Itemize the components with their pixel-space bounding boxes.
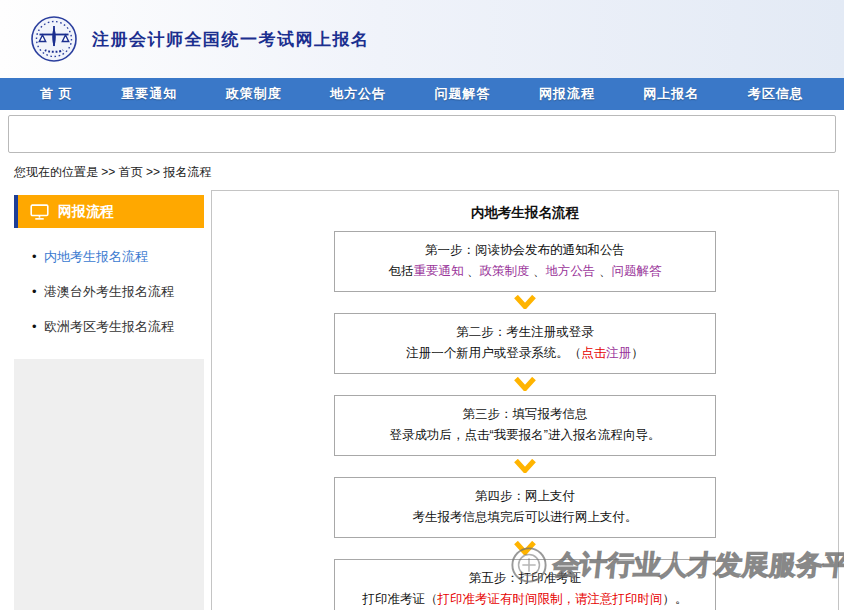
step-title: 第一步：阅读协会发布的通知和公告 xyxy=(341,240,709,261)
sidebar-header: 网报流程 xyxy=(14,195,204,228)
link-local-announcements[interactable]: 地方公告 xyxy=(545,264,595,278)
main-nav: 首 页重要通知政策制度地方公告问题解答网报流程网上报名考区信息 xyxy=(0,78,844,110)
sidebar-item-mainland-process[interactable]: •内地考生报名流程 xyxy=(32,248,204,266)
down-arrow-icon xyxy=(334,295,716,309)
bullet-icon: • xyxy=(32,319,44,334)
link-important-notices[interactable]: 重要通知 xyxy=(414,264,464,278)
link-policies[interactable]: 政策制度 xyxy=(480,264,530,278)
step-desc-text: ） xyxy=(631,346,644,360)
step-description: 登录成功后，点击“我要报名”进入报名流程向导。 xyxy=(341,425,709,446)
cpa-emblem-icon xyxy=(30,15,78,63)
page-title: 内地考生报名流程 xyxy=(212,204,838,222)
nav-item-online-registration[interactable]: 网上报名 xyxy=(643,85,699,103)
step-desc-text: 、 xyxy=(595,264,611,278)
nav-item-important-notices[interactable]: 重要通知 xyxy=(121,85,177,103)
nav-item-home[interactable]: 首 页 xyxy=(40,85,73,103)
main-panel: 内地考生报名流程 第一步：阅读协会发布的通知和公告包括重要通知 、政策制度 、地… xyxy=(211,190,839,610)
bullet-icon: • xyxy=(32,284,44,299)
step-desc-text: 打印准考证（ xyxy=(363,592,438,606)
monitor-icon xyxy=(30,204,49,220)
link-click-register[interactable]: 点击 xyxy=(581,346,606,360)
step-title: 第三步：填写报考信息 xyxy=(341,404,709,425)
step-desc-text: 、 xyxy=(530,264,546,278)
step-desc-text: 登录成功后，点击“我要报名”进入报名流程向导。 xyxy=(390,428,661,442)
step-description: 打印准考证（打印准考证有时间限制，请注意打印时间）。 xyxy=(341,589,709,610)
page: 注册会计师全国统一考试网上报名 首 页重要通知政策制度地方公告问题解答网报流程网… xyxy=(0,0,844,610)
down-arrow-icon xyxy=(334,377,716,391)
breadcrumb: 您现在的位置是 >> 首页 >> 报名流程 xyxy=(14,164,844,181)
nav-item-local-announcements[interactable]: 地方公告 xyxy=(330,85,386,103)
step-description: 考生报考信息填完后可以进行网上支付。 xyxy=(341,507,709,528)
sidebar-item-label: 欧洲考区考生报名流程 xyxy=(44,319,174,334)
step-description: 注册一个新用户或登录系统。（点击注册） xyxy=(341,343,709,364)
notice-banner xyxy=(8,115,836,153)
step-box-1: 第一步：阅读协会发布的通知和公告包括重要通知 、政策制度 、地方公告 、问题解答 xyxy=(334,231,716,292)
step-desc-text: 打印准考证有时间限制，请注意打印时间 xyxy=(438,592,663,606)
step-desc-text: ）。 xyxy=(663,592,688,606)
step-desc-text: 包括 xyxy=(389,264,414,278)
step-box-5: 第五步：打印准考证打印准考证（打印准考证有时间限制，请注意打印时间）。 xyxy=(334,559,716,610)
nav-item-faq[interactable]: 问题解答 xyxy=(435,85,491,103)
step-box-4: 第四步：网上支付考生报考信息填完后可以进行网上支付。 xyxy=(334,477,716,538)
step-title: 第二步：考生注册或登录 xyxy=(341,322,709,343)
step-box-2: 第二步：考生注册或登录注册一个新用户或登录系统。（点击注册） xyxy=(334,313,716,374)
steps-flow: 第一步：阅读协会发布的通知和公告包括重要通知 、政策制度 、地方公告 、问题解答… xyxy=(334,231,716,610)
sidebar-item-label: 内地考生报名流程 xyxy=(44,249,148,264)
nav-item-policies[interactable]: 政策制度 xyxy=(226,85,282,103)
step-desc-text: 考生报考信息填完后可以进行网上支付。 xyxy=(413,510,638,524)
step-desc-text: 注册一个新用户或登录系统。 xyxy=(406,346,569,360)
link-faq[interactable]: 问题解答 xyxy=(611,264,661,278)
sidebar-menu: •内地考生报名流程•港澳台外考生报名流程•欧洲考区考生报名流程 xyxy=(14,228,204,359)
step-title: 第五步：打印准考证 xyxy=(341,568,709,589)
down-arrow-icon xyxy=(334,541,716,555)
step-desc-text: 、 xyxy=(464,264,480,278)
site-title: 注册会计师全国统一考试网上报名 xyxy=(92,28,370,51)
content-area: 网报流程 •内地考生报名流程•港澳台外考生报名流程•欧洲考区考生报名流程 内地考… xyxy=(0,185,844,610)
sidebar-item-hk-mo-tw-foreign-process[interactable]: •港澳台外考生报名流程 xyxy=(32,283,204,301)
down-arrow-icon xyxy=(334,459,716,473)
sidebar-filler xyxy=(14,359,204,610)
step-description: 包括重要通知 、政策制度 、地方公告 、问题解答 xyxy=(341,261,709,282)
sidebar-item-europe-process[interactable]: •欧洲考区考生报名流程 xyxy=(32,318,204,336)
step-desc-text: （ xyxy=(569,346,582,360)
link-register[interactable]: 注册 xyxy=(606,346,631,360)
nav-item-exam-area-info[interactable]: 考区信息 xyxy=(748,85,804,103)
step-box-3: 第三步：填写报考信息登录成功后，点击“我要报名”进入报名流程向导。 xyxy=(334,395,716,456)
step-title: 第四步：网上支付 xyxy=(341,486,709,507)
sidebar-item-label: 港澳台外考生报名流程 xyxy=(44,284,174,299)
site-header: 注册会计师全国统一考试网上报名 xyxy=(0,0,844,78)
sidebar-title: 网报流程 xyxy=(58,203,114,221)
sidebar: 网报流程 •内地考生报名流程•港澳台外考生报名流程•欧洲考区考生报名流程 xyxy=(14,195,204,610)
nav-item-registration-process[interactable]: 网报流程 xyxy=(539,85,595,103)
bullet-icon: • xyxy=(32,249,44,264)
